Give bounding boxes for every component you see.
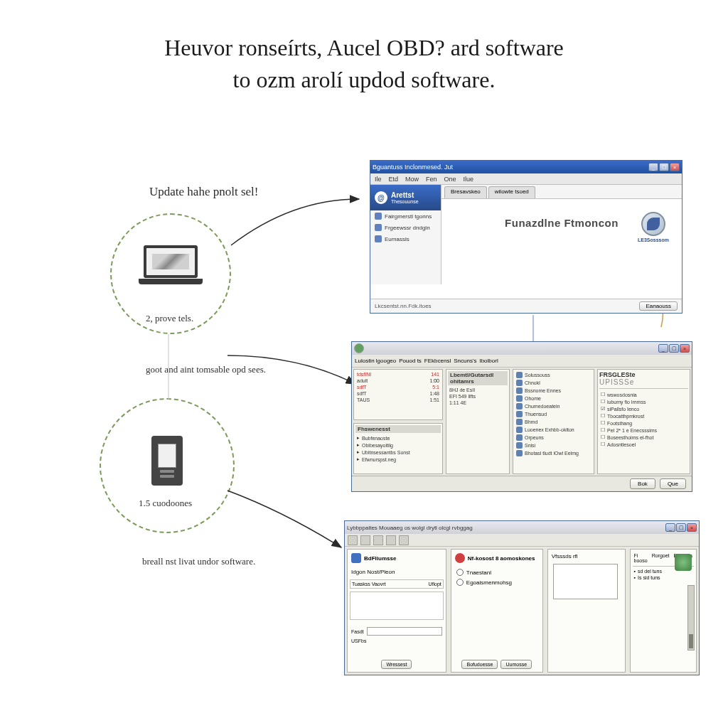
toolbar-icon[interactable] [386, 535, 396, 545]
sidebar-item-label: Eumassls [385, 236, 410, 242]
list-item[interactable]: ☐wswosdosnia [599, 391, 688, 398]
brand-icon: @ [375, 191, 387, 204]
radio-option[interactable]: Egoaismenmohsg [454, 577, 540, 587]
minimize-button[interactable]: _ [658, 344, 668, 353]
field-group: Fasdt USFbs [350, 626, 444, 645]
tab[interactable]: Fi booso [634, 553, 648, 563]
tree-item[interactable]: ▪Is sid tuns [633, 574, 694, 581]
list-item[interactable]: ☐Tbocatthpmkrost [599, 412, 688, 419]
cancel-button[interactable]: Que [660, 478, 686, 489]
tab[interactable]: Bresavskeo [444, 186, 487, 198]
list-item[interactable]: ☐Footsthang [599, 419, 688, 427]
toolbar-tab[interactable]: Lulostin lgoogeo [355, 358, 396, 364]
close-button[interactable]: × [687, 523, 697, 532]
list-item[interactable]: ▸Ubitnsessantbs Sonst [355, 449, 441, 456]
list-item[interactable]: Bssnome Ennes [515, 387, 592, 395]
window-1-statusbar: Lkcsentst.nn.Fdk.itoes Eanaouss [370, 299, 682, 313]
toolbar-icon[interactable] [348, 535, 358, 545]
sidebar-item[interactable]: Eumassls [370, 233, 441, 245]
list-item[interactable]: Bhmd [515, 418, 592, 426]
toolbar-tab[interactable]: FEkbcensl [424, 358, 451, 364]
list-item[interactable]: ▸Bubfenaoste [355, 434, 441, 441]
menu-item[interactable]: Ile [375, 176, 382, 183]
table-row: sdfT5:1 [355, 384, 441, 390]
window-1-menubar: Ile Etd Mow Fen One Ilue [370, 173, 682, 185]
table-row: TAUS1:51 [355, 397, 441, 403]
list-item[interactable]: Bhotasl tludt iOwl Eelmg [515, 449, 592, 457]
list-item[interactable]: Thuensud [515, 410, 592, 418]
window-1-body: @ Arettst Thesouunse Fairgmerstl tgonns … [370, 185, 682, 299]
menu-item[interactable]: Ilue [464, 176, 474, 183]
list-item[interactable]: Chnokl [515, 379, 592, 387]
left-column: tdsfINI141 adult1:00 sdfT5:1 sdfT1:48 TA… [352, 368, 444, 476]
list-item[interactable]: Snisi [515, 441, 592, 449]
close-button[interactable]: × [670, 163, 680, 171]
maximize-button[interactable]: ▢ [669, 344, 679, 353]
table-header: Tuaskss Vaovrt Uflopt [350, 579, 444, 589]
panel-title: Fhswenesst [355, 425, 441, 433]
sidebar-item[interactable]: Frgeewssr dndgln [370, 222, 441, 233]
list-item[interactable]: ☐Adosntlesoel [599, 441, 688, 448]
folder-icon [516, 442, 523, 449]
warning-icon [455, 553, 465, 563]
scrollbar[interactable] [687, 585, 695, 651]
panel-title: Lbemtl/Gutarsdl ohitamrs [448, 371, 508, 385]
folder-icon [516, 450, 523, 456]
action-button[interactable]: Wressest [381, 660, 412, 669]
list-item[interactable]: Orpeuns [515, 434, 592, 441]
minimize-button[interactable]: _ [648, 163, 658, 171]
window-1-titlebar[interactable]: Bguantuss Inclonmesed. Jut _ ▢ × [370, 161, 682, 173]
sidebar-item[interactable]: Fairgmerstl tgonns [370, 210, 441, 222]
list-item[interactable]: ▸Efwnurspst.neg [355, 456, 441, 463]
close-button[interactable]: × [680, 344, 690, 353]
minimize-button[interactable]: _ [665, 523, 675, 532]
text-input[interactable] [367, 627, 442, 636]
window-2-titlebar[interactable]: _ ▢ × [352, 342, 692, 355]
list-item[interactable]: ☐PeI 2* 1 e Enecsssims [599, 427, 688, 434]
status-text: Lkcsentst.nn.Fdk.itoes [375, 303, 432, 309]
tab[interactable]: wilowte tsoed [488, 186, 535, 198]
list-item[interactable]: ▸Obibesayoitilg [355, 441, 441, 449]
menu-item[interactable]: Etd [389, 176, 399, 183]
tab[interactable]: Rorgoet [652, 553, 670, 563]
radio-option[interactable]: Tnaestanl [454, 567, 540, 577]
scrollbar-thumb[interactable] [689, 634, 693, 648]
folder-icon [516, 395, 523, 402]
list-item[interactable]: Ohome [515, 395, 592, 402]
table-row: EFI 549 lifts [448, 393, 508, 400]
maximize-button[interactable]: ▢ [659, 163, 669, 171]
action-button[interactable]: Bofudoesse [461, 660, 498, 669]
window-2-buttonbar: Bok Que [352, 476, 692, 491]
page-title: Heuvor ronseírts, Aucel OBD? ard softwar… [43, 32, 685, 96]
table-row: 1:11 4E [448, 400, 508, 406]
category-panel: Solussouss Chnokl Bssnome Ennes Ohome Ch… [513, 369, 594, 474]
list-item[interactable]: Luoenex Exhbb-oklton [515, 426, 592, 434]
list-item[interactable]: Chumedoeatein [515, 402, 592, 410]
toolbar-icon[interactable] [373, 535, 383, 545]
maximize-button[interactable]: ▢ [676, 523, 686, 532]
status-button[interactable]: Eanaouss [639, 301, 678, 311]
right-panel: FRSGLESte UPISSSe ☐wswosdosnia ☐lubumy f… [597, 369, 690, 474]
window-3-titlebar[interactable]: Lybbppaltes Mouaaeg os wolgl drytl olcgl… [345, 521, 699, 534]
list-item[interactable]: ☐lubumy fio Immss [599, 398, 688, 405]
table-row: sdfT1:48 [355, 390, 441, 397]
toolbar-tab[interactable]: Pouod ts [399, 358, 422, 364]
column-2: Nf-kosost 8 aomoskones Tnaestanl Egoaism… [451, 549, 543, 673]
folder-icon [516, 419, 523, 425]
brand-header: @ Arettst Thesouunse [370, 185, 441, 210]
textarea[interactable] [553, 564, 619, 599]
toolbar-icon[interactable] [399, 535, 409, 545]
list-item[interactable]: ☑siPallsfo Ienco [599, 405, 688, 412]
menu-item[interactable]: One [444, 176, 456, 183]
folder-icon [516, 403, 523, 410]
list-item[interactable]: ☐Boseesthoims el-fhot [599, 434, 688, 441]
app-window-3: Lybbppaltes Mouaaeg os wolgl drytl olcgl… [344, 520, 700, 675]
toolbar-tab[interactable]: Ibolborl [479, 358, 498, 364]
list-item[interactable]: Solussouss [515, 371, 592, 379]
menu-item[interactable]: Mow [405, 176, 419, 183]
toolbar-icon[interactable] [360, 535, 370, 545]
action-button[interactable]: Uumosse [500, 660, 532, 669]
menu-item[interactable]: Fen [426, 176, 437, 183]
ok-button[interactable]: Bok [630, 478, 655, 489]
toolbar-tab[interactable]: Sncuns's [454, 358, 476, 364]
